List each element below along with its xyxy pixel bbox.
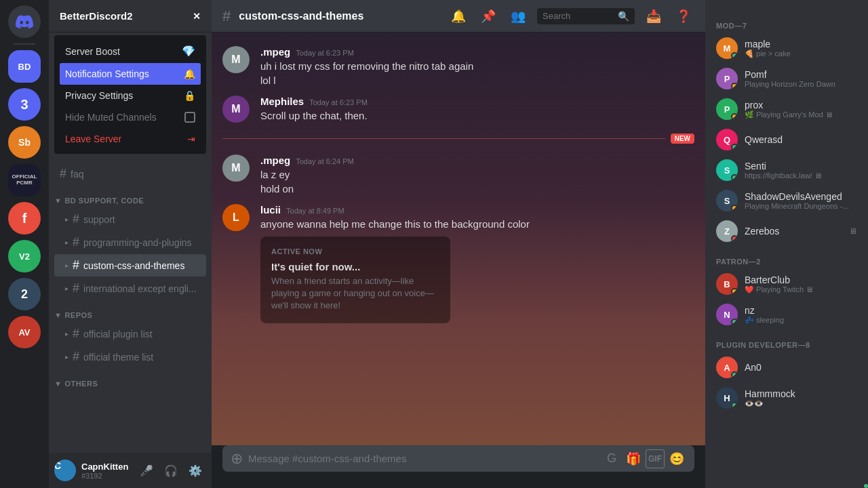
member-info: Zerebos bbox=[745, 226, 842, 237]
member-item-nz[interactable]: N nz 💤 sleeping bbox=[711, 300, 863, 329]
hash-icon: # bbox=[73, 212, 79, 226]
member-item-barter[interactable]: B BarterClub ❤️ Playing Twitch 🖥 bbox=[711, 269, 863, 299]
message-author[interactable]: lucii bbox=[260, 204, 281, 216]
pin-icon[interactable]: 📌 bbox=[480, 8, 496, 24]
member-subtext: 🍕 pie > cake bbox=[745, 49, 857, 58]
channel-hash-icon: # bbox=[222, 7, 231, 25]
hide-muted-label: Hide Muted Channels bbox=[65, 112, 157, 123]
members-sidebar: MOD—7 M maple 🍕 pie > cake P Pomf Playin… bbox=[705, 0, 868, 488]
message-content: lucii Today at 8:49 PM anyone wanna help… bbox=[260, 204, 694, 329]
member-subtext: 💤 sleeping bbox=[745, 316, 857, 325]
message-content: .mpeg Today at 6:23 PM uh i lost my css … bbox=[260, 46, 694, 87]
search-input[interactable] bbox=[542, 11, 615, 21]
server-icon-5[interactable]: V2 bbox=[8, 240, 41, 272]
context-menu-server-boost[interactable]: Server Boost 💎 bbox=[60, 39, 201, 63]
context-menu-leave-server[interactable]: Leave Server ⇥ bbox=[60, 128, 201, 150]
message-input[interactable] bbox=[248, 445, 597, 472]
context-menu-privacy-settings[interactable]: Privacy Settings 🔒 bbox=[60, 85, 201, 106]
server-icon-betterdiscord[interactable]: BD bbox=[8, 50, 41, 83]
channel-item-custom-css[interactable]: ▸ # custom-css-and-themes bbox=[54, 254, 206, 277]
server-icon-pcmr[interactable]: OFFICIAL PCMR bbox=[8, 164, 41, 197]
message-timestamp: Today at 8:49 PM bbox=[286, 207, 344, 215]
member-item-hamm[interactable]: H Hammmock 👁️👁️ bbox=[711, 383, 863, 413]
inbox-icon[interactable]: 📥 bbox=[646, 8, 662, 24]
channel-item-plugin-list[interactable]: ▸ # official plugin list bbox=[54, 323, 206, 345]
channel-item-support[interactable]: ▸ # support bbox=[54, 208, 206, 230]
help-icon[interactable]: ❓ bbox=[675, 8, 692, 24]
notification-settings-label: Notification Settings bbox=[65, 68, 149, 79]
notification-icon[interactable]: 🔔 bbox=[450, 8, 467, 24]
member-item-qwer[interactable]: Q Qwerasd bbox=[711, 125, 863, 155]
server-header[interactable]: BetterDiscord2 ✕ bbox=[49, 0, 212, 33]
message-author[interactable]: .mpeg bbox=[260, 155, 290, 166]
server-icon-2[interactable]: Sb bbox=[8, 126, 41, 159]
member-item-maple[interactable]: M maple 🍕 pie > cake bbox=[711, 33, 863, 63]
message-header: .mpeg Today at 6:24 PM bbox=[260, 155, 694, 166]
translate-icon[interactable]: G bbox=[602, 449, 621, 468]
member-item-senti[interactable]: S Senti https://fightback.law/ 🖥 bbox=[711, 155, 863, 185]
member-item-pomf[interactable]: P Pomf Playing Horizon Zero Dawn bbox=[711, 64, 863, 94]
exit-icon: ⇥ bbox=[187, 134, 195, 144]
username: CapnKitten bbox=[81, 462, 130, 472]
member-avatar: A bbox=[716, 357, 738, 378]
privacy-settings-label: Privacy Settings bbox=[65, 90, 133, 101]
member-name: BarterClub bbox=[745, 274, 857, 285]
discord-home-icon[interactable] bbox=[8, 5, 41, 38]
message-group: M .mpeg Today at 6:23 PM uh i lost my cs… bbox=[212, 43, 705, 90]
message-new-section: NEW bbox=[212, 131, 705, 146]
hide-muted-checkbox[interactable] bbox=[184, 112, 195, 123]
message-group: M Mephiles Today at 6:23 PM Scroll up th… bbox=[212, 93, 705, 125]
message-header: .mpeg Today at 6:23 PM bbox=[260, 46, 694, 58]
channel-item-faq[interactable]: # faq bbox=[54, 163, 206, 185]
context-menu-hide-muted[interactable]: Hide Muted Channels bbox=[60, 106, 201, 128]
channel-name-custom-css: custom-css-and-themes bbox=[83, 260, 184, 271]
member-item-prox[interactable]: P prox 🌿 Playing Garry's Mod 🖥 bbox=[711, 94, 863, 124]
channel-name-international: international except engli... bbox=[83, 283, 197, 294]
search-bar[interactable]: 🔍 bbox=[537, 8, 635, 24]
server-boost-label: Server Boost bbox=[65, 46, 120, 57]
channel-expand-arrow: ▸ bbox=[65, 262, 68, 269]
member-avatar: B bbox=[716, 273, 738, 295]
microphone-button[interactable]: 🎤 bbox=[136, 460, 157, 481]
message-input-box: ⊕ G 🎁 GIF 😊 bbox=[222, 445, 694, 472]
category-bd-support[interactable]: ▼ BD SUPPORT, CODE bbox=[49, 186, 212, 207]
member-info: nz 💤 sleeping bbox=[745, 305, 857, 325]
server-icon-7[interactable]: AV bbox=[8, 316, 41, 348]
headphones-button[interactable]: 🎧 bbox=[160, 460, 182, 481]
channel-item-programming[interactable]: ▸ # programming-and-plugins bbox=[54, 231, 206, 253]
message-author[interactable]: Mephiles bbox=[260, 96, 304, 107]
channel-name-plugin-list: official plugin list bbox=[83, 329, 153, 340]
members-section-patron: PATRON—2 bbox=[705, 247, 868, 268]
channel-item-international[interactable]: ▸ # international except engli... bbox=[54, 277, 206, 300]
message-header: Mephiles Today at 6:23 PM bbox=[260, 96, 694, 107]
settings-button[interactable]: ⚙️ bbox=[184, 460, 206, 481]
message-author[interactable]: .mpeg bbox=[260, 46, 290, 58]
hash-icon: # bbox=[73, 281, 79, 296]
member-name: Senti bbox=[745, 161, 857, 171]
channel-item-theme-list[interactable]: ▸ # official theme list bbox=[54, 346, 206, 368]
server-icon-4[interactable]: f bbox=[8, 202, 41, 235]
server-icon-1[interactable]: 3 bbox=[8, 88, 41, 121]
members-icon[interactable]: 👥 bbox=[510, 8, 526, 24]
category-label: OTHERS bbox=[64, 380, 98, 388]
gif-icon[interactable]: GIF bbox=[646, 449, 665, 468]
member-item-shadow[interactable]: S ShadowDevilsAvenged Playing Minecraft … bbox=[711, 186, 863, 216]
member-item-an0[interactable]: A An0 bbox=[711, 352, 863, 382]
server-icon-6[interactable]: 2 bbox=[8, 278, 41, 310]
member-info: Hammmock 👁️👁️ bbox=[745, 388, 857, 408]
add-file-icon[interactable]: ⊕ bbox=[231, 450, 243, 468]
member-subtext: 👁️👁️ bbox=[745, 399, 857, 408]
member-name: Hammmock bbox=[745, 388, 857, 399]
message-text: anyone wanna help me change this to the … bbox=[260, 217, 694, 231]
category-other[interactable]: ▼ OTHERS bbox=[49, 369, 212, 390]
channel-title: custom-css-and-themes bbox=[239, 10, 363, 22]
member-name: maple bbox=[745, 39, 857, 49]
context-menu-notification-settings[interactable]: Notification Settings 🔔 bbox=[60, 63, 201, 85]
bell-icon: 🔔 bbox=[184, 68, 195, 79]
channel-expand-arrow: ▸ bbox=[65, 239, 68, 246]
member-item-zerebos[interactable]: Z Zerebos 🖥 bbox=[711, 216, 863, 246]
message-text: Scroll up the chat, then. bbox=[260, 108, 694, 123]
emoji-icon[interactable]: 😊 bbox=[667, 449, 686, 468]
gift-icon[interactable]: 🎁 bbox=[624, 449, 643, 468]
category-repos[interactable]: ▼ REPOS bbox=[49, 300, 212, 322]
